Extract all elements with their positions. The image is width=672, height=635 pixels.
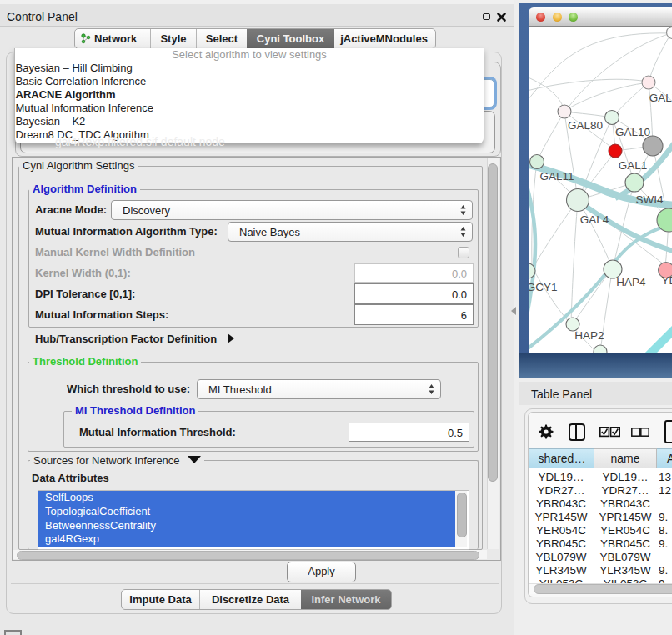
svg-text:GAL10: GAL10 xyxy=(615,126,650,138)
svg-text:GAL11: GAL11 xyxy=(539,170,574,182)
svg-text:GAL4: GAL4 xyxy=(580,213,609,226)
svg-text:YD: YD xyxy=(662,274,672,287)
svg-text:GAL1: GAL1 xyxy=(619,159,648,172)
svg-text:GAL7: GAL7 xyxy=(649,92,672,104)
svg-text:HAP4: HAP4 xyxy=(616,276,646,288)
svg-text:GCY1: GCY1 xyxy=(529,281,557,293)
svg-text:GAL80: GAL80 xyxy=(568,119,603,132)
svg-text:SWI4: SWI4 xyxy=(635,193,663,206)
svg-text:HAP2: HAP2 xyxy=(574,329,604,342)
